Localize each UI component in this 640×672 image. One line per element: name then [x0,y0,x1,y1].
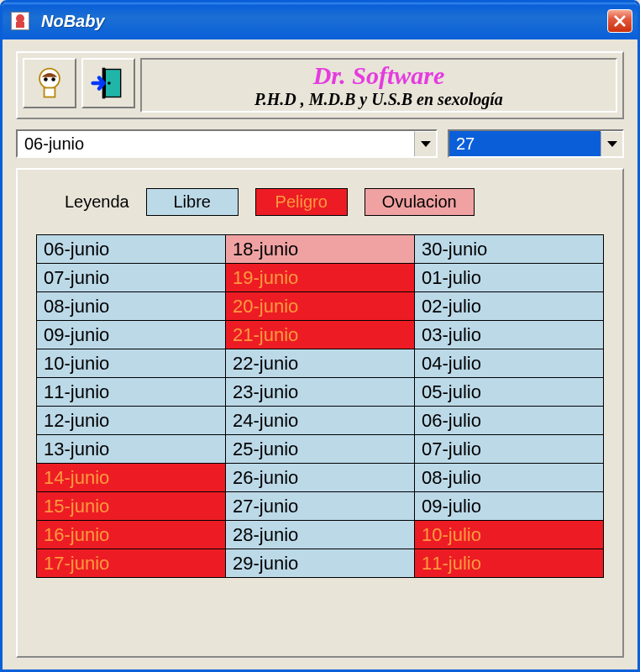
window-body: Dr. Software P.H.D , M.D.B y U.S.B en se… [3,39,637,669]
chevron-down-icon[interactable] [601,131,622,156]
calendar-cell: 25-junio [226,435,415,464]
calendar-cell: 15-junio [37,492,226,521]
content-panel: Leyenda Libre Peligro Ovulacion 06-junio… [16,168,624,658]
calendar-cell: 08-julio [415,464,604,492]
help-button[interactable] [23,58,76,108]
header-banner: Dr. Software P.H.D , M.D.B y U.S.B en se… [140,58,617,113]
brand-title: Dr. Software [313,61,445,90]
calendar-cell: 14-junio [37,464,226,492]
app-window: NoBaby [0,0,640,672]
calendar-cell: 21-junio [226,321,415,349]
calendar-cell: 19-junio [226,264,415,292]
svg-point-2 [39,69,60,89]
month-value: 06-junio [18,131,414,156]
calendar-cell: 20-junio [226,292,415,321]
titlebar: NoBaby [3,3,637,39]
calendar-cell: 09-julio [415,492,604,521]
table-row: 14-junio26-junio08-julio [37,464,604,492]
calendar-cell: 27-junio [226,492,415,521]
legend: Leyenda Libre Peligro Ovulacion [36,183,604,234]
calendar-cell: 05-julio [415,378,604,407]
table-row: 16-junio28-junio10-julio [37,521,604,549]
calendar-cell: 07-julio [415,435,604,464]
calendar-cell: 10-julio [415,521,604,549]
calendar-cell: 23-junio [226,378,415,407]
calendar-table: 06-junio18-junio30-junio07-junio19-junio… [36,234,604,578]
legend-libre: Libre [146,188,239,216]
day-dropdown[interactable]: 27 [448,129,624,158]
chevron-down-icon[interactable] [414,131,436,156]
svg-rect-5 [45,88,55,97]
calendar-cell: 02-julio [415,292,604,321]
calendar-cell: 16-junio [37,521,226,549]
brand-subtitle: P.H.D , M.D.B y U.S.B en sexología [254,90,503,109]
calendar-cell: 26-junio [226,464,415,492]
calendar-cell: 01-julio [415,264,604,292]
table-row: 07-junio19-junio01-julio [37,264,604,292]
calendar-cell: 03-julio [415,321,604,349]
svg-point-0 [16,14,24,23]
svg-point-3 [44,77,48,81]
app-icon [11,12,29,30]
calendar-cell: 30-junio [415,235,604,264]
calendar-cell: 29-junio [226,549,415,578]
calendar-cell: 24-junio [226,407,415,435]
calendar-cell: 17-junio [37,549,226,578]
calendar-cell: 10-junio [37,349,226,378]
table-row: 17-junio29-junio11-julio [37,549,604,578]
legend-label: Leyenda [65,192,129,212]
calendar-cell: 22-junio [226,349,415,378]
table-row: 13-junio25-junio07-julio [37,435,604,464]
day-value: 27 [449,131,601,156]
calendar-cell: 18-junio [226,235,415,264]
window-title: NoBaby [41,12,607,31]
table-row: 12-junio24-junio06-julio [37,407,604,435]
calendar-cell: 08-junio [37,292,226,321]
table-row: 09-junio21-junio03-julio [37,321,604,349]
table-row: 11-junio23-junio05-julio [37,378,604,407]
close-button[interactable] [607,9,632,33]
calendar-cell: 06-julio [415,407,604,435]
toolbar: Dr. Software P.H.D , M.D.B y U.S.B en se… [16,51,624,119]
calendar-cell: 11-julio [415,549,604,578]
calendar-cell: 06-junio [37,235,226,264]
table-row: 06-junio18-junio30-junio [37,235,604,264]
calendar-cell: 13-junio [37,435,226,464]
calendar-cell: 07-junio [37,264,226,292]
calendar-cell: 12-junio [37,407,226,435]
legend-ovulacion: Ovulacion [365,188,475,216]
calendar-cell: 11-junio [37,378,226,407]
svg-point-8 [108,81,111,85]
table-row: 08-junio20-junio02-julio [37,292,604,321]
exit-button[interactable] [81,58,135,108]
table-row: 15-junio27-junio09-julio [37,492,604,521]
selector-row: 06-junio 27 [16,129,624,158]
calendar-cell: 09-junio [37,321,226,349]
legend-peligro: Peligro [255,188,348,216]
svg-rect-1 [16,22,24,28]
table-row: 10-junio22-junio04-julio [37,349,604,378]
calendar-cell: 28-junio [226,521,415,549]
month-dropdown[interactable]: 06-junio [16,129,438,158]
svg-point-4 [51,77,55,81]
calendar-cell: 04-julio [415,349,604,378]
